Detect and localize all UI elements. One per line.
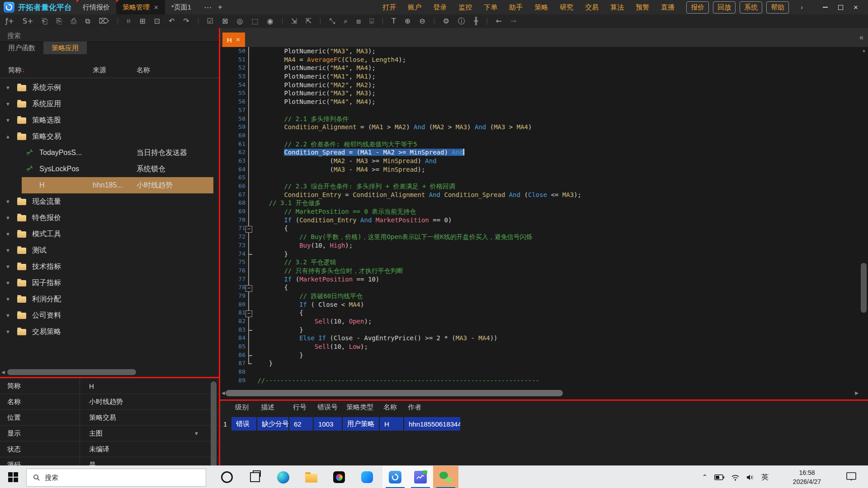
- taskbar-app-chart-app[interactable]: [408, 466, 433, 488]
- settings-icon[interactable]: ⚙: [443, 18, 449, 25]
- property-row-状态[interactable]: 状态未编译: [0, 441, 219, 457]
- sidebar-tab-策略应用[interactable]: 策略应用: [43, 42, 87, 54]
- sidebar-horizontal-scrollbar[interactable]: ◀: [0, 369, 219, 376]
- code-line[interactable]: 54 PlotNumeric("MA2", MA2);: [220, 81, 860, 89]
- open-folder-icon[interactable]: ⎗: [42, 18, 48, 25]
- fold-collapse-icon[interactable]: −: [245, 226, 252, 233]
- scrollbar-thumb[interactable]: [211, 381, 217, 465]
- editor-horizontal-scrollbar[interactable]: ◀ ▶: [220, 388, 860, 399]
- code-line[interactable]: 73 Buy(10, High);: [220, 241, 860, 250]
- code-line[interactable]: 85 Sell(10, Low);: [220, 343, 860, 351]
- chevron-down-icon[interactable]: ▼: [0, 85, 17, 90]
- menu-item-研究[interactable]: 研究: [560, 3, 573, 12]
- tree-folder-利润分配[interactable]: ▼利润分配: [0, 291, 219, 307]
- new-view-icon[interactable]: ⊞: [139, 18, 145, 25]
- menu-item-账户[interactable]: 账户: [408, 3, 421, 12]
- pointer-icon[interactable]: ⤡: [329, 18, 335, 25]
- tree-folder-模式工具[interactable]: ▼模式工具: [0, 226, 219, 242]
- chevron-down-icon[interactable]: ▼: [0, 296, 17, 302]
- tree-folder-公司资料[interactable]: ▼公司资料: [0, 307, 219, 324]
- save-all-icon[interactable]: ⧉: [85, 18, 90, 25]
- record-icon[interactable]: ◉: [267, 18, 274, 25]
- search-input[interactable]: [6, 29, 207, 41]
- info-icon[interactable]: ⓘ: [458, 18, 465, 25]
- import-icon[interactable]: ⇲: [291, 18, 297, 25]
- taskbar-app-cortana[interactable]: [214, 466, 240, 488]
- code-line[interactable]: 80 If ( Close < MA4): [220, 300, 860, 309]
- column-header-source[interactable]: 来源: [93, 66, 106, 75]
- menu-item-打开[interactable]: 打开: [382, 3, 396, 12]
- chevron-down-icon[interactable]: ▼: [0, 248, 17, 253]
- chevron-down-icon[interactable]: ▼: [0, 199, 17, 204]
- chevron-down-icon[interactable]: ▼: [0, 329, 17, 334]
- wifi-icon[interactable]: [731, 474, 740, 481]
- taskbar-app-file-explorer[interactable]: [298, 466, 324, 488]
- code-line[interactable]: 51 MA4 = AverageFC(Close, Length4);: [220, 56, 860, 64]
- menu-button-报价[interactable]: 报价: [686, 1, 709, 14]
- workspace-tab-策略管理[interactable]: 策略管理✕: [116, 0, 165, 14]
- code-line[interactable]: 81 {: [220, 309, 860, 317]
- check-circle-icon[interactable]: ◎: [237, 18, 243, 25]
- menu-overflow-chevron[interactable]: ›: [801, 4, 803, 11]
- verify-icon[interactable]: ☑: [207, 18, 213, 25]
- code-line[interactable]: 71 {: [220, 224, 860, 233]
- tree-item-TodayPosS...[interactable]: TodayPosS...当日持仓发送器: [0, 145, 219, 161]
- column-header-abbr[interactable]: 简称↓: [8, 66, 25, 75]
- taskbar-app-edge[interactable]: [270, 466, 296, 488]
- code-line[interactable]: 60: [220, 131, 860, 140]
- code-line[interactable]: 68 // 3.1 开仓做多: [220, 199, 860, 207]
- chevron-down-icon[interactable]: ▼: [0, 264, 17, 269]
- back-icon[interactable]: ←: [496, 18, 502, 25]
- check-selection-icon[interactable]: ⬚: [251, 18, 258, 25]
- chevron-down-icon[interactable]: ▼: [0, 117, 17, 123]
- code-line[interactable]: 77 If (MarketPosition == 10): [220, 275, 860, 284]
- action-center-icon[interactable]: [846, 472, 856, 483]
- code-line[interactable]: 59 Condition_Alignment = (MA1 > MA2) And…: [220, 123, 860, 131]
- code-line[interactable]: 65: [220, 174, 860, 182]
- menu-item-直播[interactable]: 直播: [661, 3, 675, 12]
- new-strategy-icon[interactable]: S+: [23, 18, 33, 25]
- code-line[interactable]: 58 // 2.1 多头排列条件: [220, 115, 860, 123]
- code-line[interactable]: 64 (MA3 - MA4 >= MinSpread);: [220, 165, 860, 174]
- doc-search-icon[interactable]: ⌻: [369, 18, 374, 25]
- scroll-left-icon[interactable]: ◀: [1, 370, 5, 375]
- taskbar-clock[interactable]: 16:58 2026/4/27: [778, 468, 836, 486]
- new-tab-icon[interactable]: +: [218, 3, 222, 12]
- tree-folder-现金流量[interactable]: ▼现金流量: [0, 193, 219, 210]
- error-column-header[interactable]: 级别: [231, 403, 256, 412]
- close-tab-icon[interactable]: ✕: [154, 4, 159, 11]
- splitter-line-horizontal[interactable]: [220, 399, 868, 401]
- code-line[interactable]: 78 {: [220, 283, 860, 292]
- export-icon[interactable]: ⇱: [306, 18, 311, 25]
- menu-item-预警[interactable]: 预警: [636, 3, 649, 12]
- battery-icon[interactable]: [714, 474, 724, 480]
- scroll-left-icon[interactable]: ◀: [222, 390, 225, 395]
- code-line[interactable]: 56 PlotNumeric("MA4", MA4);: [220, 98, 860, 106]
- code-line[interactable]: 76 // 只有持有多头仓位时，才执行平仓判断: [220, 267, 860, 275]
- taskbar-app-photos[interactable]: [326, 466, 352, 488]
- minimize-button[interactable]: [817, 0, 833, 14]
- volume-icon[interactable]: [746, 474, 755, 481]
- chevron-down-icon[interactable]: ▼: [0, 215, 17, 221]
- code-line[interactable]: 74 }: [220, 250, 860, 258]
- tree-folder-系统示例[interactable]: ▼系统示例: [0, 80, 219, 96]
- chevron-down-icon[interactable]: ▼: [0, 313, 17, 318]
- text-view-icon[interactable]: ⊡: [154, 18, 160, 25]
- menu-item-策略[interactable]: 策略: [534, 3, 548, 12]
- menu-button-回放[interactable]: 回放: [713, 1, 736, 14]
- code-line[interactable]: 52 PlotNumeric("MA4", MA4);: [220, 64, 860, 72]
- menu-item-交易[interactable]: 交易: [585, 3, 599, 12]
- maximize-button[interactable]: [833, 0, 848, 14]
- code-line[interactable]: 72 // Buy(手数，价格)，这里用Open表示以下一根K线的开盘价买入，避…: [220, 233, 860, 241]
- property-row-源码[interactable]: 源码是: [0, 457, 219, 465]
- code-line[interactable]: 61 // 2.2 价差条件: 相邻均线差值均大于等于5: [220, 140, 860, 149]
- chevron-down-icon[interactable]: ▼: [194, 431, 199, 436]
- chevron-down-icon[interactable]: ▼: [0, 231, 17, 237]
- scroll-right-icon[interactable]: ▶: [855, 390, 859, 395]
- menu-button-帮助[interactable]: 帮助: [766, 1, 789, 14]
- scrollbar-thumb[interactable]: [7, 369, 136, 375]
- taskbar-app-blue-app[interactable]: [354, 466, 380, 488]
- code-line[interactable]: 50 PlotNumeric("MA3", MA3);: [220, 47, 860, 56]
- error-column-header[interactable]: 作者: [403, 403, 460, 412]
- code-line[interactable]: 63 (MA2 - MA3 >= MinSpread) And: [220, 157, 860, 165]
